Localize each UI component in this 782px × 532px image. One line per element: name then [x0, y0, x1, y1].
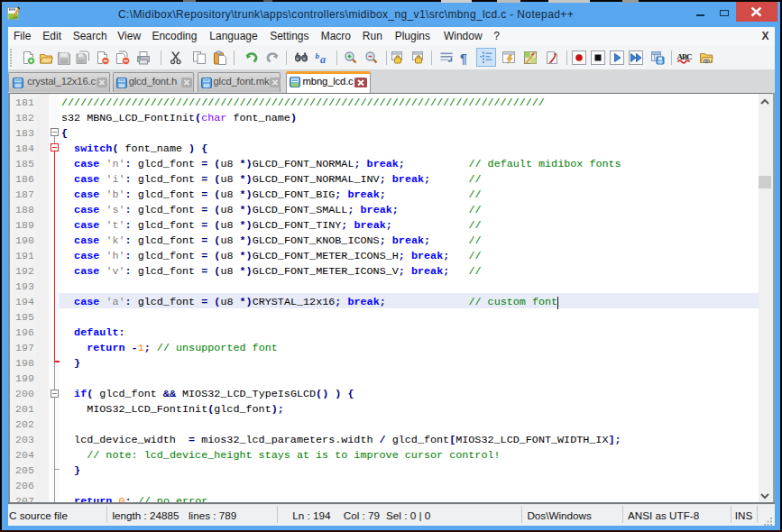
svg-text:a: a — [320, 53, 326, 65]
svg-text:ABC: ABC — [677, 51, 693, 60]
svg-text:b: b — [316, 50, 320, 60]
svg-text:¶: ¶ — [460, 50, 467, 65]
